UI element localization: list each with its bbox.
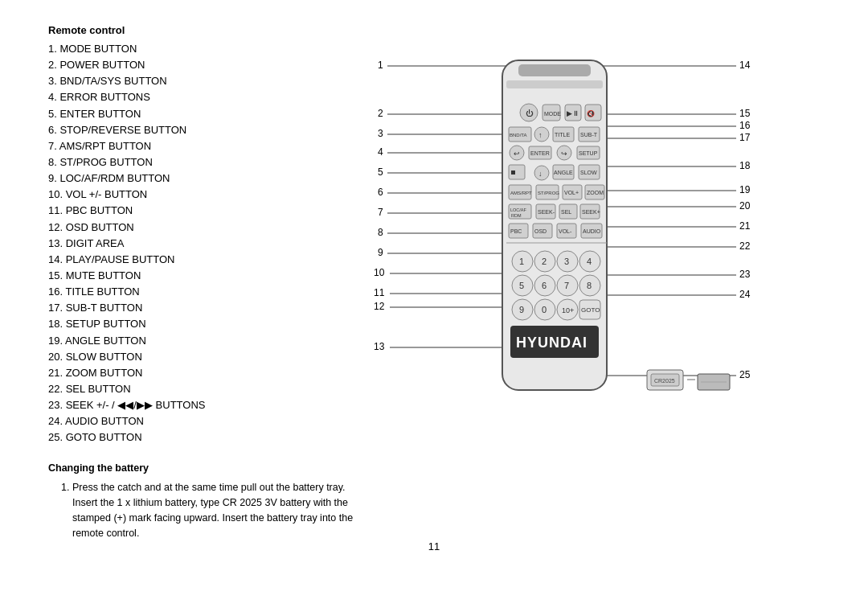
button-list-item: 8. ST/PROG BUTTON <box>48 154 354 170</box>
button-list-item: 5. ENTER BUTTON <box>48 106 354 122</box>
svg-text:8: 8 <box>587 281 592 290</box>
svg-text:SETUP: SETUP <box>579 150 598 156</box>
svg-text:PBC: PBC <box>510 228 522 234</box>
svg-text:24: 24 <box>739 289 751 300</box>
battery-instructions: Press the catch and at the same time pul… <box>72 480 354 540</box>
svg-text:↩: ↩ <box>514 150 520 158</box>
button-list-item: 10. VOL +/- BUTTON <box>48 187 354 203</box>
section-title: Remote control <box>48 24 354 36</box>
svg-text:23: 23 <box>739 269 751 280</box>
svg-text:1: 1 <box>378 60 383 71</box>
svg-text:12: 12 <box>374 301 385 312</box>
svg-text:11: 11 <box>374 287 385 298</box>
svg-text:AUDIO: AUDIO <box>583 228 601 234</box>
svg-text:ANGLE: ANGLE <box>554 170 573 175</box>
button-list-item: 14. PLAY/PAUSE BUTTON <box>48 252 354 268</box>
svg-text:RDM: RDM <box>511 213 522 218</box>
button-list-item: 6. STOP/REVERSE BUTTON <box>48 122 354 138</box>
svg-text:6: 6 <box>542 281 547 290</box>
svg-text:BND/TA: BND/TA <box>510 133 527 138</box>
svg-text:18: 18 <box>739 160 751 171</box>
svg-text:AMS/RPT: AMS/RPT <box>510 191 532 195</box>
remote-diagram: 1 2 3 4 5 6 7 8 9 10 <box>370 24 755 418</box>
svg-text:17: 17 <box>739 132 751 143</box>
button-list-item: 25. GOTO BUTTON <box>48 429 354 446</box>
svg-text:↑: ↑ <box>538 131 542 139</box>
button-list-item: 7. AMS/RPT BUTTON <box>48 138 354 154</box>
svg-text:CR2025: CR2025 <box>654 378 675 384</box>
svg-text:3: 3 <box>378 128 383 139</box>
svg-rect-51 <box>518 64 591 76</box>
battery-title: Changing the battery <box>48 461 354 476</box>
svg-text:9: 9 <box>519 305 524 314</box>
svg-text:⏹: ⏹ <box>510 169 517 176</box>
button-list-item: 16. TITLE BUTTON <box>48 284 354 300</box>
button-list-item: 4. ERROR BUTTONS <box>48 89 354 105</box>
svg-text:LOC/AF: LOC/AF <box>510 207 527 212</box>
svg-text:4: 4 <box>378 146 383 158</box>
button-list-item: 9. LOC/AF/RDM BUTTON <box>48 170 354 187</box>
button-list: 1. MODE BUTTON2. POWER BUTTON3. BND/TA/S… <box>48 41 354 446</box>
svg-text:2: 2 <box>378 108 383 119</box>
svg-text:15: 15 <box>739 108 751 119</box>
svg-text:7: 7 <box>564 281 569 290</box>
page-number: 11 <box>48 540 820 552</box>
svg-text:MODE: MODE <box>544 111 561 117</box>
button-list-item: 15. MUTE BUTTON <box>48 268 354 284</box>
svg-text:5: 5 <box>519 281 524 290</box>
svg-text:13: 13 <box>374 341 385 352</box>
battery-section: Changing the battery Press the catch and… <box>48 454 354 541</box>
svg-text:GOTO: GOTO <box>581 306 600 314</box>
svg-text:20: 20 <box>739 200 751 212</box>
svg-text:5: 5 <box>378 166 383 178</box>
svg-text:VOL-: VOL- <box>559 228 572 234</box>
svg-text:▶⏸: ▶⏸ <box>567 109 579 117</box>
svg-text:ST/PROG: ST/PROG <box>538 191 559 195</box>
svg-text:19: 19 <box>739 184 751 195</box>
battery-instruction-item: Press the catch and at the same time pul… <box>72 480 354 540</box>
svg-text:7: 7 <box>378 207 383 218</box>
button-list-item: 19. ANGLE BUTTON <box>48 333 354 349</box>
button-list-item: 17. SUB-T BUTTON <box>48 300 354 316</box>
page-content: Remote control 1. MODE BUTTON2. POWER BU… <box>0 0 868 577</box>
svg-text:8: 8 <box>378 227 383 238</box>
svg-text:↓: ↓ <box>538 170 542 178</box>
left-column: Remote control 1. MODE BUTTON2. POWER BU… <box>48 24 354 540</box>
svg-text:OSD: OSD <box>534 228 547 234</box>
svg-text:6: 6 <box>378 187 383 198</box>
svg-text:SLOW: SLOW <box>580 170 597 175</box>
svg-text:SUB-T: SUB-T <box>580 132 598 138</box>
button-list-item: 18. SETUP BUTTON <box>48 316 354 332</box>
svg-text:TITLE: TITLE <box>555 132 570 138</box>
button-list-item: 3. BND/TA/SYS BUTTON <box>48 73 354 89</box>
svg-text:22: 22 <box>739 240 751 252</box>
svg-text:10+: 10+ <box>562 306 574 314</box>
svg-text:3: 3 <box>564 257 569 266</box>
button-list-item: 12. OSD BUTTON <box>48 220 354 236</box>
svg-text:↪: ↪ <box>561 150 567 158</box>
svg-text:ENTER: ENTER <box>530 150 550 156</box>
button-list-item: 11. PBC BUTTON <box>48 203 354 219</box>
button-list-item: 23. SEEK +/- / ◀◀/▶▶ BUTTONS <box>48 397 354 413</box>
svg-text:4: 4 <box>587 257 592 266</box>
svg-text:21: 21 <box>739 220 751 232</box>
svg-text:ZOOM: ZOOM <box>587 190 604 195</box>
svg-text:0: 0 <box>542 305 547 314</box>
svg-text:9: 9 <box>378 247 383 258</box>
svg-text:VOL+: VOL+ <box>564 190 579 195</box>
svg-text:HYUNDAI: HYUNDAI <box>516 335 588 351</box>
svg-text:25: 25 <box>739 369 751 380</box>
svg-text:10: 10 <box>374 267 385 278</box>
svg-rect-52 <box>506 80 603 88</box>
button-list-item: 2. POWER BUTTON <box>48 57 354 73</box>
svg-text:SEL: SEL <box>561 209 571 215</box>
button-list-item: 22. SEL BUTTON <box>48 381 354 397</box>
button-list-item: 24. AUDIO BUTTON <box>48 413 354 429</box>
battery-image: CR2025 <box>643 362 739 405</box>
svg-text:⏻: ⏻ <box>526 109 534 117</box>
svg-text:14: 14 <box>739 60 751 71</box>
button-list-item: 13. DIGIT AREA <box>48 236 354 252</box>
svg-text:SEEK+: SEEK+ <box>582 209 600 215</box>
right-column: 1 2 3 4 5 6 7 8 9 10 <box>370 24 755 421</box>
svg-text:🔇: 🔇 <box>587 109 595 117</box>
